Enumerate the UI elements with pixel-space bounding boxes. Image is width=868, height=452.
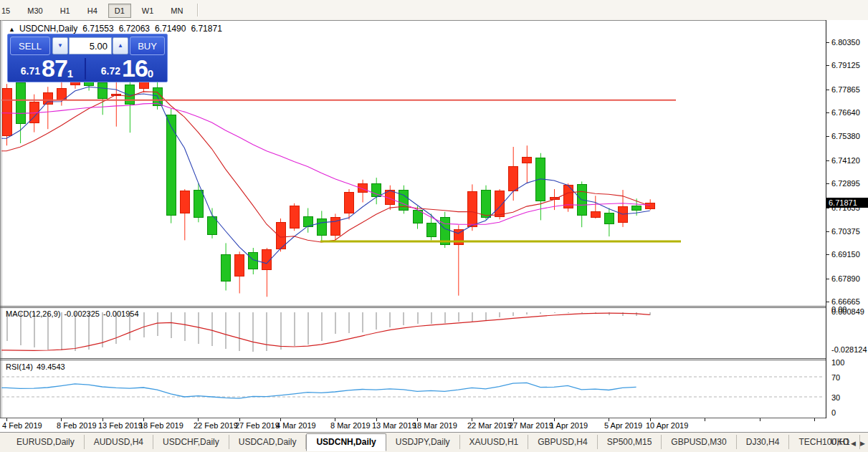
rsi-line [1, 383, 636, 398]
macd-name: MACD(12,26,9) [6, 309, 60, 318]
timeframe-button-h4[interactable]: H4 [81, 4, 104, 18]
tab-gbpusd-m30[interactable]: GBPUSD,M30 [662, 435, 736, 449]
rsi-axis-label: 30 [831, 393, 840, 402]
date-label: 13 Mar 2019 [372, 421, 416, 430]
timeframe-button-w1[interactable]: W1 [135, 4, 161, 18]
panel-separator[interactable] [0, 358, 829, 359]
price-tick-label: 6.76640 [831, 108, 860, 117]
price-tick-label: 6.79125 [831, 61, 860, 69]
macd-axis-min: -0.028124 [831, 345, 867, 354]
tab-usdjpy-daily[interactable]: USDJPY,Daily [386, 435, 460, 449]
tab-dj30-h4[interactable]: DJ30,H4 [737, 435, 790, 449]
timeframe-button-h1[interactable]: H1 [54, 4, 77, 18]
date-label: 8 Mar 2019 [330, 421, 371, 430]
one-click-trade-panel: SELL ▼ ▲ BUY 6.71 87 1 6.72 16 0 [7, 34, 168, 82]
rsi-panel-canvas[interactable] [0, 360, 826, 418]
date-label: 22 Mar 2019 [467, 421, 512, 430]
macd-signal-value: -0.001954 [103, 309, 139, 318]
timeframe-button-15[interactable]: 15 [0, 4, 16, 18]
timeframe-button-m30[interactable]: M30 [21, 4, 49, 18]
ohlc-close: 6.71871 [191, 24, 221, 34]
panel-separator [0, 360, 829, 360]
ohlc-high: 6.72063 [119, 24, 150, 34]
price-tick-label: 6.75380 [831, 132, 860, 140]
tab-audusd-h4[interactable]: AUDUSD,H4 [85, 435, 153, 449]
price-tick-label: 6.80350 [831, 38, 860, 47]
volume-decrease-button[interactable]: ▼ [52, 37, 68, 54]
price-tick-label: 6.69150 [831, 250, 860, 259]
date-label: 4 Mar 2019 [276, 421, 316, 430]
sell-price-sup: 1 [67, 69, 73, 79]
volume-input[interactable] [69, 37, 112, 54]
date-tick [705, 418, 705, 421]
macd-axis-max: 0.000849 [831, 307, 864, 316]
rsi-axis-label: 100 [831, 358, 844, 367]
date-label: 22 Feb 2019 [194, 421, 238, 430]
price-axis[interactable]: 6.803506.791256.778656.766406.753806.741… [826, 20, 868, 418]
buy-price-big: 16 [122, 57, 148, 79]
sell-price-big: 87 [42, 57, 67, 79]
sell-price-display[interactable]: 6.71 87 1 [9, 58, 86, 80]
mt4-trading-terminal: 15M30H1H4D1W1MN ▲USDCNH,Daily6.715536.72… [0, 0, 868, 452]
chart-tab-bar: EURUSD,DailyAUDUSD,H4USDCHF,DailyUSDCAD,… [0, 432, 868, 452]
sell-price-small: 6.71 [21, 65, 40, 77]
date-label: 5 Apr 2019 [604, 421, 642, 430]
rsi-axis-label: 70 [831, 373, 840, 382]
date-label: 27 Feb 2019 [235, 421, 280, 430]
price-tick-label: 6.77865 [831, 85, 860, 94]
timeframe-button-mn[interactable]: MN [164, 4, 189, 18]
tab-usdchf-daily[interactable]: USDCHF,Daily [153, 435, 229, 449]
date-label: 10 Apr 2019 [646, 421, 688, 430]
panel-separator[interactable] [0, 306, 829, 307]
tab-eurusd-daily[interactable]: EURUSD,Daily [7, 435, 85, 449]
chart-symbol-period: USDCNH,Daily [19, 24, 77, 34]
ma-slow-line [1, 103, 650, 224]
ohlc-low: 6.71490 [155, 24, 186, 34]
price-tick-label: 6.70375 [831, 227, 860, 236]
buy-price-display[interactable]: 6.72 16 0 [89, 58, 166, 80]
price-tick-label: 6.67890 [831, 274, 860, 283]
date-tick [814, 418, 815, 421]
macd-label: MACD(12,26,9)-0.002325-0.001954 [6, 309, 143, 318]
date-label: 13 Feb 2019 [98, 421, 143, 430]
buy-price-small: 6.72 [101, 65, 120, 77]
current-price-tag: 6.71871 [826, 198, 868, 208]
price-axis-line [826, 20, 826, 418]
macd-signal-line [1, 313, 650, 350]
ohlc-open: 6.71553 [82, 24, 113, 34]
tab-scroll-left-icon[interactable]: ◀ [849, 438, 858, 448]
trade-panel-collapse-icon[interactable]: ▲ [9, 26, 15, 33]
date-label: 4 Feb 2019 [2, 421, 42, 430]
date-label: 1 Apr 2019 [550, 421, 588, 430]
date-tick [760, 418, 760, 421]
date-label: 18 Feb 2019 [139, 421, 183, 430]
tab-gbpusd-h4[interactable]: GBPUSD,H4 [528, 435, 597, 449]
tab-usdcnh-daily[interactable]: USDCNH,Daily [306, 433, 386, 451]
price-tick-label: 6.74120 [831, 156, 860, 165]
date-label: 8 Feb 2019 [57, 421, 97, 430]
tab-usdcad-daily[interactable]: USDCAD,Daily [229, 435, 307, 449]
date-label: 27 Mar 2019 [509, 421, 553, 430]
rsi-value: 49.4543 [37, 362, 65, 371]
chart-header: ▲USDCNH,Daily6.715536.720636.714906.7187… [9, 24, 227, 34]
price-tick-label: 6.72895 [831, 179, 860, 188]
timeframe-toolbar: 15M30H1H4D1W1MN [0, 0, 868, 21]
panel-separator [0, 307, 829, 308]
buy-button[interactable]: BUY [130, 37, 165, 55]
tab-xauusd-h1[interactable]: XAUUSD,H1 [460, 435, 529, 449]
date-label: 18 Mar 2019 [413, 421, 457, 430]
tab-sp500-m15[interactable]: SP500,M15 [598, 435, 662, 449]
candles-layer [2, 75, 655, 297]
rsi-axis-label: 0 [831, 408, 836, 417]
tab-scroll-right-icon[interactable]: ▶ [858, 438, 867, 448]
chevron-up-icon: ▲ [118, 42, 123, 49]
timeframe-button-d1[interactable]: D1 [108, 4, 131, 18]
chevron-down-icon: ▼ [57, 42, 63, 49]
toolbar-separator [197, 4, 199, 16]
buy-price-sup: 0 [148, 69, 153, 79]
macd-main-value: -0.002325 [64, 309, 100, 318]
sell-button[interactable]: SELL [10, 37, 50, 55]
volume-increase-button[interactable]: ▲ [113, 37, 128, 54]
rsi-label: RSI(14)49.4543 [6, 362, 69, 371]
date-axis[interactable]: 4 Feb 20198 Feb 201913 Feb 201918 Feb 20… [0, 418, 868, 432]
